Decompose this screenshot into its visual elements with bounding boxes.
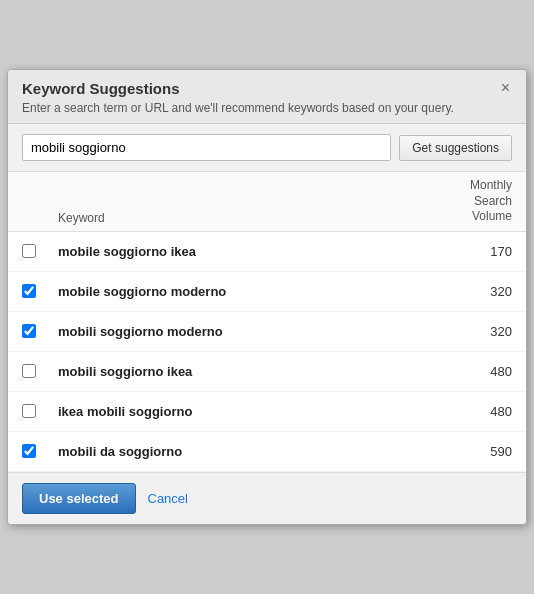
table-row: mobile soggiorno moderno 320 — [8, 272, 526, 312]
row-keyword: mobili soggiorno ikea — [58, 364, 442, 379]
get-suggestions-button[interactable]: Get suggestions — [399, 135, 512, 161]
row-checkbox[interactable] — [22, 244, 36, 258]
keyword-suggestions-dialog: Keyword Suggestions Enter a search term … — [7, 69, 527, 525]
table-row: ikea mobili soggiorno 480 — [8, 392, 526, 432]
table-row: mobili soggiorno ikea 480 — [8, 352, 526, 392]
dialog-footer: Use selected Cancel — [8, 473, 526, 524]
search-input[interactable] — [22, 134, 391, 161]
dialog-header: Keyword Suggestions Enter a search term … — [8, 70, 526, 124]
table-row: mobili da soggiorno 590 — [8, 432, 526, 472]
table-row: mobile soggiorno ikea 170 — [8, 232, 526, 272]
keyword-column-header: Keyword — [58, 211, 442, 225]
row-checkbox[interactable] — [22, 444, 36, 458]
row-keyword: mobile soggiorno ikea — [58, 244, 442, 259]
table-rows-container: mobile soggiorno ikea 170 mobile soggior… — [8, 232, 526, 472]
use-selected-button[interactable]: Use selected — [22, 483, 136, 514]
table-row: mobili soggiorno moderno 320 — [8, 312, 526, 352]
row-checkbox-container[interactable] — [22, 404, 46, 418]
row-checkbox[interactable] — [22, 284, 36, 298]
row-keyword: mobile soggiorno moderno — [58, 284, 442, 299]
row-checkbox-container[interactable] — [22, 244, 46, 258]
row-checkbox[interactable] — [22, 364, 36, 378]
row-keyword: mobili soggiorno moderno — [58, 324, 442, 339]
close-button[interactable]: × — [499, 80, 512, 96]
row-checkbox[interactable] — [22, 404, 36, 418]
keywords-table: Keyword Monthly Search Volume mobile sog… — [8, 171, 526, 473]
row-volume: 480 — [442, 364, 512, 379]
row-volume: 320 — [442, 284, 512, 299]
cancel-button[interactable]: Cancel — [148, 491, 188, 506]
dialog-title: Keyword Suggestions — [22, 80, 454, 97]
row-checkbox-container[interactable] — [22, 444, 46, 458]
row-keyword: ikea mobili soggiorno — [58, 404, 442, 419]
row-volume: 170 — [442, 244, 512, 259]
row-checkbox-container[interactable] — [22, 284, 46, 298]
row-checkbox-container[interactable] — [22, 364, 46, 378]
volume-column-header: Monthly Search Volume — [442, 178, 512, 225]
table-header: Keyword Monthly Search Volume — [8, 172, 526, 232]
search-bar: Get suggestions — [8, 124, 526, 171]
dialog-subtitle: Enter a search term or URL and we'll rec… — [22, 101, 454, 115]
row-volume: 320 — [442, 324, 512, 339]
row-volume: 590 — [442, 444, 512, 459]
row-checkbox-container[interactable] — [22, 324, 46, 338]
row-checkbox[interactable] — [22, 324, 36, 338]
row-keyword: mobili da soggiorno — [58, 444, 442, 459]
header-text: Keyword Suggestions Enter a search term … — [22, 80, 454, 115]
row-volume: 480 — [442, 404, 512, 419]
